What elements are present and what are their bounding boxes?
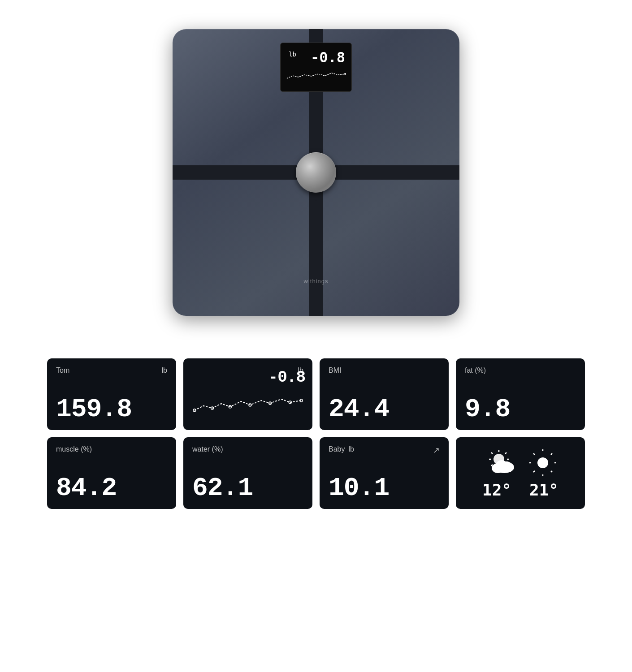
card-baby-value: 10.1 [329, 474, 440, 503]
card-baby-label: Baby [329, 445, 345, 453]
card-weight: Tom lb 159.8 [47, 358, 176, 430]
card-weight-header: Tom lb [56, 366, 167, 375]
scale-brand: withings [304, 278, 329, 284]
card-fat-header: fat (%) [465, 366, 576, 375]
svg-line-26 [551, 471, 552, 472]
card-bmi-value: 24.4 [329, 395, 440, 424]
card-trend-header: lb -0.8 [192, 366, 303, 375]
card-baby-unit: lb [348, 445, 354, 453]
scale-body: lb -0.8 withings [173, 29, 459, 316]
card-water-value: 62.1 [192, 474, 303, 503]
card-fat-value: 9.8 [465, 395, 576, 424]
card-trend-graph [192, 383, 303, 424]
scale-display-value: -0.8 [311, 49, 345, 66]
card-trend-value: -0.8 [268, 368, 305, 387]
card-muscle-label: muscle (%) [56, 445, 92, 453]
svg-line-28 [533, 471, 535, 472]
weather-temp-high: 21° [529, 481, 558, 499]
card-water-label: water (%) [192, 445, 223, 453]
svg-line-15 [491, 465, 493, 466]
weather-icons [485, 449, 556, 476]
card-weight-label: Tom [56, 366, 69, 375]
card-weight-value: 159.8 [56, 395, 167, 424]
svg-line-25 [533, 453, 535, 455]
card-weight-unit: lb [162, 366, 167, 375]
sun-svg [529, 449, 556, 476]
cloud-sun-svg [485, 449, 520, 476]
card-muscle-value: 84.2 [56, 474, 167, 503]
card-muscle: muscle (%) 84.2 [47, 437, 176, 509]
baby-icon: ↗ [433, 445, 440, 455]
card-fat: fat (%) 9.8 [456, 358, 585, 430]
trend-graph-svg [192, 383, 303, 419]
svg-line-13 [491, 452, 493, 454]
scale-mini-graph [284, 66, 348, 84]
sun-icon [529, 449, 556, 476]
card-trend: lb -0.8 [183, 358, 312, 430]
scale-display-unit: lb [289, 51, 296, 58]
card-baby-header: Baby lb ↗ [329, 445, 440, 455]
card-baby: Baby lb ↗ 10.1 [320, 437, 449, 509]
card-water-header: water (%) [192, 445, 303, 453]
svg-point-0 [344, 73, 346, 75]
cards-section: Tom lb 159.8 lb -0.8 BMI [47, 358, 585, 509]
svg-point-19 [502, 461, 511, 470]
svg-line-27 [551, 453, 552, 455]
scale-display-graph [284, 66, 348, 84]
scale-knob [296, 152, 336, 193]
card-fat-label: fat (%) [465, 366, 486, 375]
scale-display: lb -0.8 [280, 43, 352, 92]
svg-point-20 [537, 457, 548, 468]
card-water: water (%) 62.1 [183, 437, 312, 509]
scale-container: lb -0.8 withings [164, 13, 468, 332]
card-bmi-header: BMI [329, 366, 440, 375]
weather-temp-low: 12° [482, 481, 511, 499]
card-muscle-header: muscle (%) [56, 445, 167, 453]
svg-line-10 [505, 452, 506, 454]
weather-temps: 12° 21° [482, 481, 558, 499]
partly-cloudy-icon [485, 449, 520, 476]
card-weather: 12° 21° [456, 437, 585, 509]
card-bmi-label: BMI [329, 366, 341, 375]
card-bmi: BMI 24.4 [320, 358, 449, 430]
